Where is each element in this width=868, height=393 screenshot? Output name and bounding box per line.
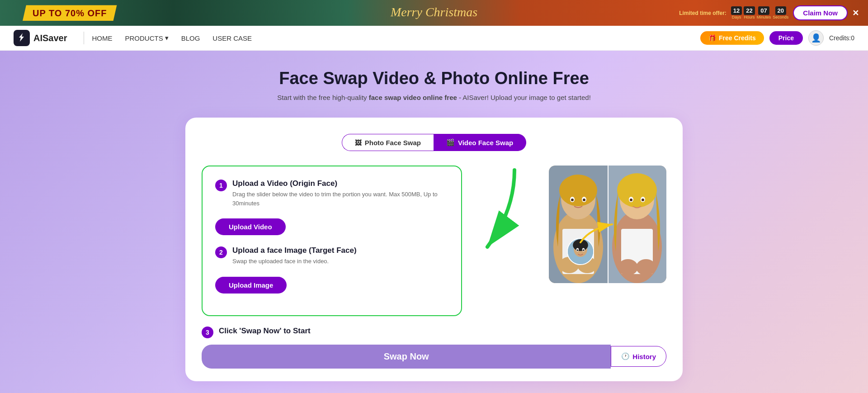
swap-card: 🖼 Photo Face Swap 🎬 Video Face Swap 1 Up… bbox=[185, 118, 683, 381]
christmas-text: Merry Christmas bbox=[391, 5, 477, 19]
preview-image bbox=[549, 166, 666, 283]
image-icon: 🖼 bbox=[355, 139, 362, 147]
subtitle-end: - AISaver! Upload your image to get star… bbox=[457, 94, 591, 101]
svg-point-8 bbox=[571, 199, 574, 201]
free-credits-label: Free Credits bbox=[719, 34, 756, 42]
countdown-days: 12 Days bbox=[731, 6, 742, 19]
logo-text: AISaver bbox=[33, 33, 67, 43]
step-1-row: 1 Upload a Video (Origin Face) Drag the … bbox=[215, 179, 448, 214]
logo-area: AISaver bbox=[14, 30, 67, 46]
countdown: 12 Days 22 Hours 07 Minutes 20 Seconds bbox=[731, 6, 788, 19]
countdown-minutes: 07 Minutes bbox=[757, 6, 771, 19]
upload-video-button[interactable]: Upload Video bbox=[215, 218, 286, 235]
nav-user-case[interactable]: USER CASE bbox=[212, 34, 252, 42]
svg-point-29 bbox=[583, 249, 585, 251]
credits-display: Credits:0 bbox=[829, 34, 854, 42]
svg-point-16 bbox=[617, 173, 657, 208]
svg-point-28 bbox=[577, 249, 579, 251]
nav-home[interactable]: HOME bbox=[92, 34, 113, 42]
top-banner: UP TO 70% OFF Merry Christmas Limited ti… bbox=[0, 0, 868, 26]
step-2-number: 2 bbox=[215, 246, 227, 258]
countdown-seconds: 20 Seconds bbox=[773, 6, 788, 19]
gift-icon: 🎁 bbox=[708, 34, 716, 42]
minutes-label: Minutes bbox=[757, 15, 771, 19]
svg-point-19 bbox=[630, 199, 632, 201]
tab-switcher: 🖼 Photo Face Swap 🎬 Video Face Swap bbox=[202, 134, 666, 151]
page-subtitle: Start with the free high-quality face sw… bbox=[277, 94, 591, 101]
svg-point-5 bbox=[559, 175, 597, 206]
chevron-down-icon: ▾ bbox=[165, 34, 169, 42]
upload-image-button[interactable]: Upload Image bbox=[215, 277, 287, 294]
card-body: 1 Upload a Video (Origin Face) Drag the … bbox=[202, 166, 666, 316]
price-button[interactable]: Price bbox=[769, 31, 803, 45]
nav-blog[interactable]: BLOG bbox=[181, 34, 200, 42]
nav-right: 🎁 Free Credits Price 👤 Credits:0 bbox=[700, 30, 854, 46]
close-banner-button[interactable]: ✕ bbox=[852, 8, 859, 18]
minutes-value: 07 bbox=[758, 6, 769, 15]
hours-value: 22 bbox=[744, 6, 755, 15]
step-2-desc: Swap the uploaded face in the video. bbox=[232, 257, 357, 266]
preview-area bbox=[549, 166, 666, 283]
step-2-content: Upload a face Image (Target Face) Swap t… bbox=[232, 246, 357, 272]
claim-now-button[interactable]: Claim Now bbox=[793, 5, 848, 20]
limited-offer-text: Limited time offer: bbox=[679, 10, 726, 16]
subtitle-bold: face swap video online free bbox=[369, 94, 457, 101]
main-content: Face Swap Video & Photo Online Free Star… bbox=[0, 51, 868, 393]
step-1-desc: Drag the slider below the video to trim … bbox=[232, 190, 448, 208]
countdown-hours: 22 Hours bbox=[744, 6, 755, 19]
nav-links: HOME PRODUCTS ▾ BLOG USER CASE bbox=[92, 34, 701, 42]
logo-icon bbox=[14, 30, 30, 46]
step-3-area: 3 Click 'Swap Now' to Start bbox=[202, 326, 666, 338]
step-2-title: Upload a face Image (Target Face) bbox=[232, 246, 357, 255]
svg-point-20 bbox=[642, 199, 644, 201]
history-label: History bbox=[632, 353, 656, 360]
nav-products[interactable]: PRODUCTS ▾ bbox=[125, 34, 169, 42]
step-1-title: Upload a Video (Origin Face) bbox=[232, 179, 448, 188]
video-icon: 🎬 bbox=[446, 138, 455, 147]
seconds-value: 20 bbox=[775, 6, 786, 15]
tab-video[interactable]: 🎬 Video Face Swap bbox=[434, 134, 526, 151]
discount-text: UP TO 70% OFF bbox=[23, 5, 117, 21]
subtitle-start: Start with the free high-quality bbox=[277, 94, 369, 101]
green-arrow-icon bbox=[478, 166, 533, 256]
hours-label: Hours bbox=[744, 15, 755, 19]
avatar-button[interactable]: 👤 bbox=[808, 30, 824, 46]
seconds-label: Seconds bbox=[773, 15, 788, 19]
days-value: 12 bbox=[731, 6, 742, 15]
step-1-content: Upload a Video (Origin Face) Drag the sl… bbox=[232, 179, 448, 214]
page-title: Face Swap Video & Photo Online Free bbox=[279, 69, 589, 88]
svg-point-21 bbox=[618, 259, 638, 275]
step-1-number: 1 bbox=[215, 180, 227, 191]
user-icon: 👤 bbox=[811, 33, 821, 43]
navbar: AISaver HOME PRODUCTS ▾ BLOG USER CASE 🎁… bbox=[0, 26, 868, 51]
history-button[interactable]: 🕐 History bbox=[611, 346, 666, 367]
history-icon: 🕐 bbox=[621, 352, 630, 360]
swap-now-button[interactable]: Swap Now bbox=[202, 345, 611, 369]
yellow-arrow-icon bbox=[576, 220, 617, 247]
step-3-number: 3 bbox=[202, 327, 213, 338]
nav-divider bbox=[84, 32, 84, 44]
banner-right: Limited time offer: 12 Days 22 Hours 07 … bbox=[679, 0, 859, 26]
step-3-title: Click 'Swap Now' to Start bbox=[219, 327, 311, 336]
free-credits-button[interactable]: 🎁 Free Credits bbox=[700, 31, 764, 45]
swap-bar: Swap Now 🕐 History bbox=[202, 345, 666, 369]
svg-point-9 bbox=[583, 199, 585, 201]
days-label: Days bbox=[732, 15, 741, 19]
tab-photo[interactable]: 🖼 Photo Face Swap bbox=[342, 134, 434, 151]
arrow-area bbox=[478, 166, 533, 283]
upload-section: 1 Upload a Video (Origin Face) Drag the … bbox=[202, 166, 462, 316]
step-2-row: 2 Upload a face Image (Target Face) Swap… bbox=[215, 246, 448, 272]
svg-point-22 bbox=[636, 259, 656, 275]
discount-ribbon: UP TO 70% OFF bbox=[23, 5, 117, 21]
